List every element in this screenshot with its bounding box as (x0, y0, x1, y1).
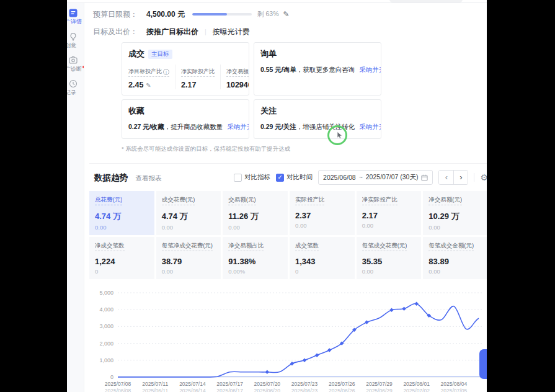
budget-amount: 4,500.00 元 (146, 9, 185, 20)
svg-text:2025/06/14: 2025/06/14 (179, 388, 206, 392)
sidebar-item-广诊断[interactable]: 广诊断 (68, 56, 84, 74)
inquiry-card-title: 询单 (260, 48, 277, 60)
budget-progress-fill (192, 13, 227, 16)
metric-card-0[interactable]: 总花费(元)4.74 万0.00 (89, 191, 154, 235)
sidebar-item-广详情[interactable]: 广详情 (68, 9, 84, 27)
budget-remaining: 剩 63% (257, 10, 278, 19)
svg-text:2025/07/17: 2025/07/17 (216, 381, 243, 387)
goal-card-follow[interactable]: 关注 0.29 元/关注，增强店铺关注转化采纳并开启 (254, 99, 381, 139)
svg-text:2025/07/23: 2025/07/23 (291, 381, 318, 387)
deal-metric: 净交易额(元)102946.60 (226, 65, 249, 89)
svg-text:2025/06/08: 2025/06/08 (105, 388, 131, 392)
metric-card-2[interactable]: 交易额(元)11.26 万0.00 (223, 191, 288, 235)
chevron-left-icon[interactable]: ‹ (439, 171, 453, 184)
trends-controls: 对比指标 对比时间 2025/06/08 ~ 2025/07/07 (30天) (234, 170, 487, 185)
dashboard-icon (68, 9, 84, 17)
svg-text:2025/06/11: 2025/06/11 (142, 388, 168, 392)
follow-adopt-link[interactable]: 采纳并开启 (359, 123, 381, 130)
svg-text:2025/07/11: 2025/07/11 (142, 381, 168, 387)
follow-card-desc: 0.29 元/关注，增强店铺关注转化采纳并开启 (260, 123, 375, 131)
date-pager: ‹ › (438, 170, 468, 185)
metric-card-1[interactable]: 成交花费(元)4.74 万0.00 (156, 191, 221, 235)
checkbox-icon[interactable] (234, 174, 242, 182)
svg-text:2025/07/08: 2025/07/08 (105, 381, 131, 387)
compare-metric-checkbox[interactable]: 对比指标 (234, 173, 270, 182)
date-start: 2025/06/08 (323, 174, 356, 181)
gear-icon[interactable]: ⚙ (480, 172, 487, 182)
svg-text:2025/08/04: 2025/08/04 (441, 381, 468, 387)
deal-card-title: 成交 (128, 48, 144, 60)
calendar-icon (421, 174, 428, 181)
click-indicator (327, 125, 347, 145)
deal-metric: 净目标投产比i2.45✎ (128, 65, 175, 89)
metric-card-7[interactable]: 每笔净成交花费(元)38.790.00 (156, 237, 221, 279)
date-end: 2025/07/07 (30天) (366, 173, 419, 182)
svg-text:4,000: 4,000 (99, 306, 113, 313)
goal-card-favorite[interactable]: 收藏 0.27 元/收藏，提升商品收藏数量采纳并开启 (122, 99, 249, 139)
bidding-separator: | (205, 28, 206, 35)
svg-text:3,000: 3,000 (99, 323, 113, 329)
trend-line-chart: 01,0002,0003,0004,0005,0002025/07/082025… (89, 287, 487, 392)
trends-header: 数据趋势 查看报表 对比指标 对比时间 2025/06/0 (89, 170, 487, 185)
pencil-icon[interactable]: ✎ (146, 82, 151, 89)
favorite-desc-text: ，提升商品收藏数量 (164, 123, 223, 130)
main-content: 预算日限额： 4,500.00 元 剩 63% ✎ 目标及出价： 按推广目标出价… (84, 3, 487, 392)
svg-text:2025/06/23: 2025/06/23 (291, 388, 318, 392)
favorite-price: 0.27 元/收藏 (128, 123, 164, 130)
svg-text:5,000: 5,000 (99, 290, 113, 296)
metric-card-11[interactable]: 每笔成交金额(元)83.890.00 (423, 237, 487, 279)
svg-text:2025/06/20: 2025/06/20 (254, 388, 281, 392)
controls-divider (474, 173, 474, 182)
sidebar-item-记录[interactable]: 记录 (68, 79, 84, 97)
follow-price: 0.29 元/关注 (260, 123, 296, 130)
metric-card-5[interactable]: 净交易额(元)10.29 万0.00 (423, 191, 487, 235)
inquiry-desc-text: ，获取更多意向咨询 (296, 66, 355, 73)
bidding-option-goal[interactable]: 按推广目标出价 (146, 27, 198, 37)
svg-text:0: 0 (110, 374, 113, 380)
metric-card-6[interactable]: 净成交笔数1,2240 (89, 237, 154, 279)
goal-card-deal[interactable]: 成交 主目标 净目标投产比i2.45✎净实际投产比2.17净交易额(元)1029… (122, 42, 249, 96)
metric-card-3[interactable]: 实际投产比2.370.00 (290, 191, 355, 235)
goal-card-inquiry[interactable]: 询单 0.55 元/询单，获取更多意向咨询采纳并开启 (254, 42, 381, 96)
svg-text:2025/07/29: 2025/07/29 (366, 381, 393, 387)
budget-label: 预算日限额： (93, 9, 146, 20)
date-range-picker[interactable]: 2025/06/08 ~ 2025/07/07 (30天) (318, 170, 433, 185)
bulb-icon (68, 32, 84, 41)
compare-time-checkbox[interactable]: 对比时间 (276, 173, 313, 182)
metric-card-10[interactable]: 每笔成交花费(元)35.350.00 (357, 237, 422, 279)
favorite-adopt-link[interactable]: 采纳并开启 (227, 123, 249, 130)
metric-card-4[interactable]: 净实际投产比2.170.00 (357, 191, 422, 235)
svg-text:2025/06/29: 2025/06/29 (366, 388, 393, 392)
metric-card-9[interactable]: 成交笔数1,3430 (290, 237, 355, 279)
svg-text:2025/07/26: 2025/07/26 (329, 381, 355, 387)
compare-metric-label: 对比指标 (244, 173, 270, 182)
view-report-link[interactable]: 查看报表 (135, 174, 161, 182)
screen: 广详情创意广诊断记录 预算日限额： 4,500.00 元 剩 63% ✎ 目标及… (0, 0, 555, 392)
svg-text:2025/07/02: 2025/07/02 (403, 388, 430, 392)
mini-sidebar: 广详情创意广诊断记录 (67, 3, 84, 392)
metric-card-8[interactable]: 净交易额占比91.38%0.00% (223, 237, 288, 279)
date-separator: ~ (359, 174, 363, 181)
goal-cards: 成交 主目标 净目标投产比i2.45✎净实际投产比2.17净交易额(元)1029… (122, 42, 487, 139)
sidebar-item-创意[interactable]: 创意 (68, 32, 84, 50)
bidding-option-exposure[interactable]: 按曝光计费 (213, 27, 250, 37)
inquiry-adopt-link[interactable]: 采纳并开启 (359, 66, 381, 73)
checkbox-checked-icon[interactable] (276, 174, 284, 182)
bidding-label: 目标及出价： (93, 27, 146, 37)
diagnose-icon (68, 56, 84, 65)
info-icon[interactable]: i (163, 69, 169, 75)
metric-card-grid: 总花费(元)4.74 万0.00成交花费(元)4.74 万0.00交易额(元)1… (89, 191, 487, 279)
deal-metrics: 净目标投产比i2.45✎净实际投产比2.17净交易额(元)102946.60 (128, 65, 242, 89)
chevron-right-icon[interactable]: › (453, 171, 468, 184)
compare-time-label: 对比时间 (286, 173, 313, 182)
trends-section: 数据趋势 查看报表 对比指标 对比时间 2025/06/0 (89, 163, 487, 392)
budget-progress-bar (192, 13, 252, 16)
cursor-icon (336, 131, 344, 140)
floating-side-tab[interactable] (479, 349, 487, 379)
favorite-card-desc: 0.27 元/收藏，提升商品收藏数量采纳并开启 (128, 123, 242, 131)
follow-desc-text: ，增强店铺关注转化 (296, 123, 355, 130)
pencil-icon[interactable]: ✎ (283, 10, 289, 19)
top-toolbar-remnant (389, 0, 463, 2)
main-goal-badge: 主目标 (148, 50, 172, 59)
budget-row: 预算日限额： 4,500.00 元 剩 63% ✎ (93, 9, 487, 20)
